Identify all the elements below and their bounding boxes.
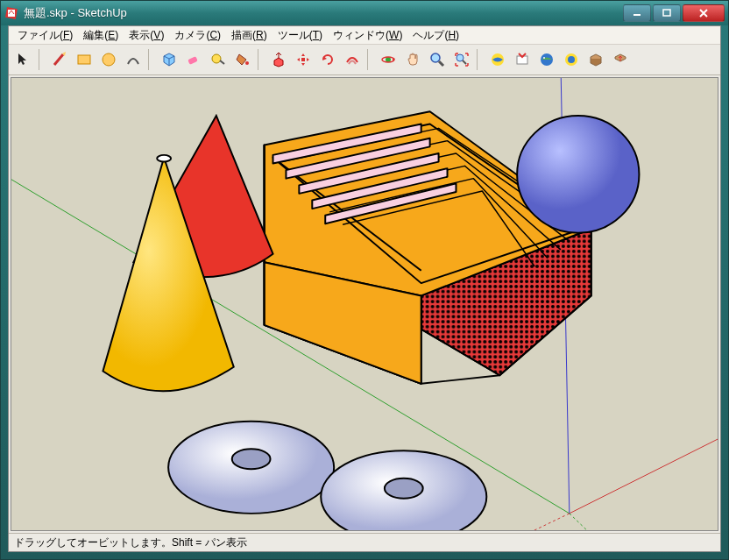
menu-file[interactable]: ファイル(F)	[12, 26, 78, 45]
tool-zoom[interactable]	[426, 48, 449, 71]
toolbar-separator	[39, 49, 45, 70]
svg-point-10	[386, 57, 391, 62]
client-area: ファイル(F) 編集(E) 表示(V) カメラ(C) 描画(R) ツール(T) …	[8, 25, 721, 552]
svg-rect-9	[301, 58, 305, 61]
svg-point-12	[431, 53, 440, 62]
toolbar	[9, 45, 720, 75]
menu-help[interactable]: ヘルプ(H)	[407, 26, 464, 45]
tool-rectangle[interactable]	[73, 48, 96, 71]
menu-edit[interactable]: 編集(E)	[78, 26, 124, 45]
tool-share-model[interactable]	[511, 48, 534, 71]
close-button[interactable]	[683, 4, 725, 22]
menu-camera[interactable]: カメラ(C)	[169, 26, 226, 45]
statusbar: ドラッグしてオービットします。Shift = パン表示	[9, 533, 720, 551]
svg-point-29	[517, 116, 639, 233]
status-text: ドラッグしてオービットします。Shift = パン表示	[14, 535, 247, 550]
svg-point-5	[103, 53, 115, 66]
tool-offset[interactable]	[341, 48, 364, 71]
tool-eraser[interactable]	[182, 48, 205, 71]
tool-extensions[interactable]	[584, 48, 607, 71]
tool-pan[interactable]	[401, 48, 424, 71]
viewport-3d[interactable]	[11, 77, 718, 531]
menu-draw[interactable]: 描画(R)	[226, 26, 272, 45]
app-icon	[4, 6, 18, 20]
toolbar-separator	[148, 49, 154, 70]
svg-point-31	[232, 449, 271, 469]
tool-zoom-extents[interactable]	[450, 48, 473, 71]
toolbar-separator	[477, 49, 483, 70]
tool-rotate[interactable]	[316, 48, 339, 71]
svg-point-13	[457, 54, 464, 61]
svg-point-8	[245, 61, 249, 65]
toolbar-separator	[367, 49, 373, 70]
tool-arc[interactable]	[122, 48, 145, 71]
svg-point-33	[385, 478, 423, 499]
menu-window[interactable]: ウィンドウ(W)	[328, 26, 407, 45]
svg-point-17	[543, 57, 545, 59]
tool-paint-bucket[interactable]	[231, 48, 254, 71]
titlebar[interactable]: 無題.skp - SketchUp	[1, 1, 728, 25]
tool-get-models[interactable]	[486, 48, 509, 71]
tool-line[interactable]	[48, 48, 71, 71]
tool-select[interactable]	[12, 48, 35, 71]
scene-canvas	[11, 78, 718, 530]
menubar: ファイル(F) 編集(E) 表示(V) カメラ(C) 描画(R) ツール(T) …	[9, 26, 720, 45]
svg-point-19	[568, 56, 575, 63]
toolbar-separator	[258, 49, 264, 70]
tool-circle[interactable]	[97, 48, 120, 71]
svg-rect-6	[188, 56, 198, 65]
window-title: 無題.skp - SketchUp	[24, 5, 623, 21]
tool-move[interactable]	[292, 48, 315, 71]
app-window: 無題.skp - SketchUp ファイル(F) 編集(E) 表示(V) カメ…	[0, 0, 729, 560]
tool-orbit[interactable]	[377, 48, 400, 71]
maximize-button[interactable]	[653, 4, 681, 22]
svg-rect-4	[78, 55, 90, 64]
minimize-button[interactable]	[623, 4, 651, 22]
svg-point-7	[212, 54, 221, 63]
tool-push-pull[interactable]	[267, 48, 290, 71]
svg-point-28	[157, 155, 171, 162]
tool-tape-measure[interactable]	[207, 48, 230, 71]
menu-tools[interactable]: ツール(T)	[272, 26, 328, 45]
menu-view[interactable]: 表示(V)	[124, 26, 169, 45]
tool-extension-warehouse[interactable]	[609, 48, 632, 71]
window-controls	[623, 4, 725, 22]
tool-warehouse[interactable]	[560, 48, 583, 71]
tool-preview[interactable]	[535, 48, 558, 71]
svg-rect-3	[663, 10, 670, 16]
tool-make-component[interactable]	[158, 48, 180, 71]
